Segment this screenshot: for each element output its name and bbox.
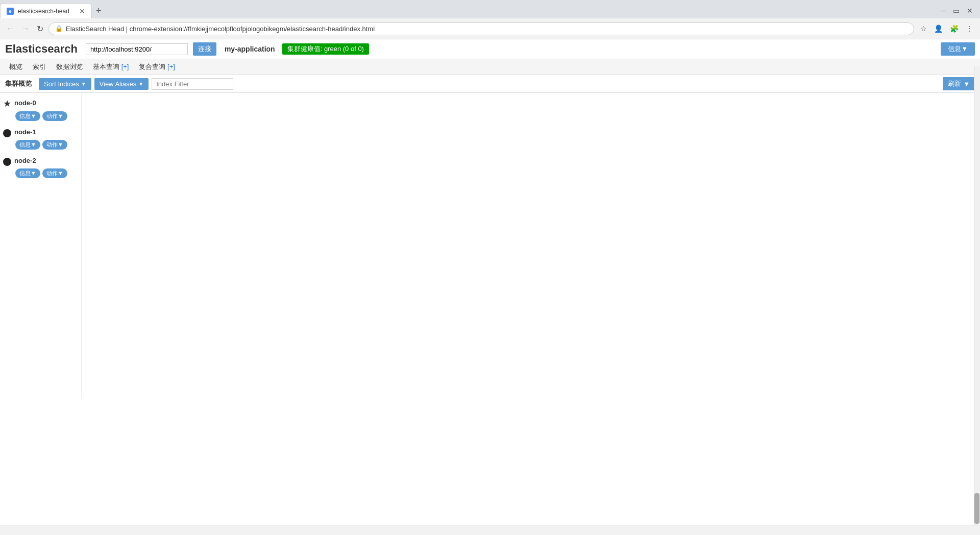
view-aliases-arrow: ▼: [138, 81, 143, 87]
star-icon: ★: [3, 98, 11, 109]
refresh-button[interactable]: 刷新 ▼: [943, 77, 975, 90]
node-action-btn-2[interactable]: 动作▼: [42, 168, 67, 178]
tab-basic-query[interactable]: 基本查询 [+]: [89, 60, 133, 74]
app-title: Elasticsearch: [5, 42, 78, 56]
browser-right-actions: ☆ 👤 🧩 ⋮: [917, 22, 976, 35]
new-tab-button[interactable]: +: [92, 6, 106, 16]
index-filter-input[interactable]: [152, 78, 233, 90]
address-bar[interactable]: 🔒 ElasticSearch Head | chrome-extension:…: [48, 22, 914, 35]
refresh-arrow: ▼: [963, 80, 970, 88]
connect-button[interactable]: 连接: [193, 42, 216, 56]
app-header: Elasticsearch 连接 my-application 集群健康值: g…: [0, 39, 980, 59]
minimize-button[interactable]: ─: [938, 5, 949, 17]
tab-bar: e elasticsearch-head ✕ + ─ ▭ ✕: [0, 0, 980, 18]
menu-button[interactable]: ⋮: [963, 22, 976, 35]
node-item-0: ★ node-0 信息▼ 动作▼: [3, 98, 78, 121]
main-content: ★ node-0 信息▼ 动作▼ node-1 信息▼ 动作▼ node-2: [0, 93, 980, 399]
cluster-name: my-application: [225, 45, 275, 53]
health-badge: 集群健康值: green (0 of 0): [282, 43, 369, 55]
node-actions-0: 信息▼ 动作▼: [15, 111, 78, 121]
scrollbar-track[interactable]: [974, 66, 980, 399]
content-area: [82, 93, 980, 399]
reload-button[interactable]: ↻: [35, 22, 45, 36]
node-header-2: node-2: [3, 157, 78, 166]
node-actions-1: 信息▼ 动作▼: [15, 140, 78, 150]
node-name-2: node-2: [14, 157, 36, 164]
tab-favicon: e: [7, 8, 14, 15]
back-button[interactable]: ←: [4, 22, 16, 35]
tab-overview[interactable]: 概览: [5, 60, 27, 74]
forward-button[interactable]: →: [19, 22, 32, 35]
circle-icon-1: [3, 129, 11, 137]
active-tab[interactable]: e elasticsearch-head ✕: [0, 3, 92, 18]
address-bar-row: ← → ↻ 🔒 ElasticSearch Head | chrome-exte…: [0, 18, 980, 39]
node-item-2: node-2 信息▼ 动作▼: [3, 157, 78, 178]
toolbar: 集群概览 Sort Indices ▼ View Aliases ▼ 刷新 ▼: [0, 75, 980, 93]
tab-compound-query[interactable]: 复合查询 [+]: [135, 60, 179, 74]
extensions-button[interactable]: 🧩: [947, 22, 962, 35]
node-header-1: node-1: [3, 128, 78, 138]
node-info-btn-0[interactable]: 信息▼: [15, 111, 40, 121]
node-actions-2: 信息▼ 动作▼: [15, 168, 78, 178]
basic-query-plus[interactable]: [+]: [121, 63, 129, 70]
node-name-1: node-1: [14, 128, 36, 136]
url-input[interactable]: [86, 43, 188, 55]
maximize-button[interactable]: ▭: [950, 5, 963, 17]
view-aliases-button[interactable]: View Aliases ▼: [94, 78, 149, 90]
node-item-1: node-1 信息▼ 动作▼: [3, 128, 78, 150]
node-action-btn-1[interactable]: 动作▼: [42, 140, 67, 150]
profile-button[interactable]: 👤: [931, 22, 946, 35]
tab-close-icon[interactable]: ✕: [79, 7, 85, 15]
info-button[interactable]: 信息▼: [941, 42, 975, 56]
circle-icon-2: [3, 158, 11, 166]
node-info-btn-2[interactable]: 信息▼: [15, 168, 40, 178]
sort-order-button[interactable]: Sort Indices ▼: [39, 78, 91, 90]
cluster-overview-label: 集群概览: [5, 79, 32, 88]
address-text: ElasticSearch Head | chrome-extension://…: [66, 25, 908, 33]
tab-title: elasticsearch-head: [18, 8, 69, 15]
tab-data-browse[interactable]: 数据浏览: [52, 60, 87, 74]
node-action-btn-0[interactable]: 动作▼: [42, 111, 67, 121]
browser-chrome: e elasticsearch-head ✕ + ─ ▭ ✕ ← → ↻ 🔒 E…: [0, 0, 980, 39]
close-button[interactable]: ✕: [964, 5, 976, 17]
node-info-btn-1[interactable]: 信息▼: [15, 140, 40, 150]
tab-index[interactable]: 索引: [29, 60, 50, 74]
nodes-panel: ★ node-0 信息▼ 动作▼ node-1 信息▼ 动作▼ node-2: [0, 93, 82, 399]
node-header-0: ★ node-0: [3, 98, 78, 109]
compound-query-plus[interactable]: [+]: [167, 63, 175, 70]
browser-icons-right: ─ ▭ ✕: [938, 5, 980, 17]
nav-tabs: 概览 索引 数据浏览 基本查询 [+] 复合查询 [+]: [0, 59, 980, 75]
secure-icon: 🔒: [55, 25, 63, 32]
bookmark-button[interactable]: ☆: [917, 22, 930, 35]
node-name-0: node-0: [14, 99, 36, 107]
sort-indices-arrow: ▼: [81, 81, 86, 87]
